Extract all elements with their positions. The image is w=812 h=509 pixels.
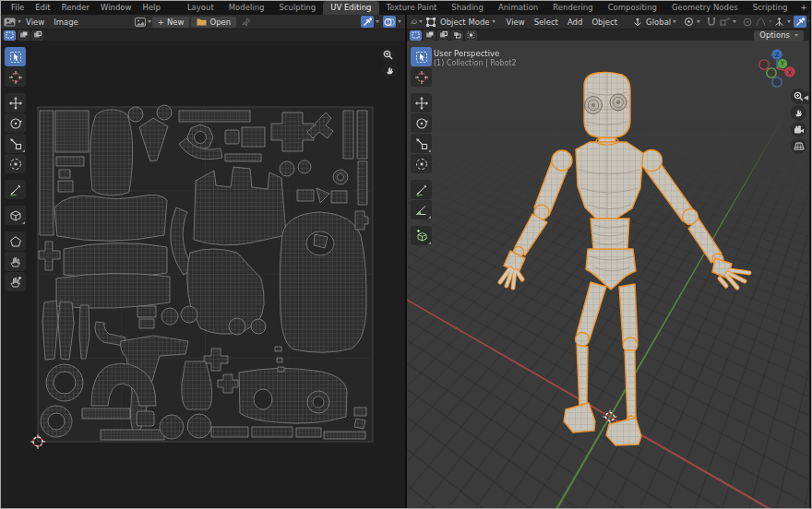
view-perspective-label: User Perspective xyxy=(434,49,499,58)
menu-help[interactable]: Help xyxy=(137,1,165,15)
select-mode-extend[interactable] xyxy=(424,30,436,41)
add-workspace-button[interactable]: + xyxy=(794,1,812,15)
folder-icon xyxy=(197,18,207,26)
uv-select-mode-set[interactable] xyxy=(4,30,16,41)
falloff-curve-icon[interactable] xyxy=(754,16,767,28)
v3d-tool-transform[interactable] xyxy=(411,154,432,173)
uv-menu-image[interactable]: Image xyxy=(49,18,83,27)
editor-type-3d-icon[interactable] xyxy=(410,16,423,28)
v3d-pan-button[interactable] xyxy=(791,105,806,121)
uv-pan-button[interactable] xyxy=(382,63,398,78)
robot-model xyxy=(407,41,809,508)
select-mode-set[interactable] xyxy=(410,30,422,41)
select-mode-subtract[interactable] xyxy=(437,30,449,41)
tab-compositing[interactable]: Compositing xyxy=(601,1,664,15)
select-mode-invert[interactable] xyxy=(451,30,463,41)
uv-tool-transform[interactable] xyxy=(5,154,26,173)
uv-tool-cursor[interactable] xyxy=(5,67,26,87)
new-image-button[interactable]: +New xyxy=(152,17,190,28)
tab-uv-editing[interactable]: UV Editing xyxy=(323,1,378,15)
uv-tool-move[interactable] xyxy=(5,93,26,112)
pin-icon[interactable] xyxy=(240,16,253,28)
v3d-menu-view[interactable]: View xyxy=(502,18,530,27)
tab-animation[interactable]: Animation xyxy=(491,1,545,15)
uv-tool-rotate[interactable] xyxy=(5,113,26,133)
gizmo-axis-y-neg[interactable] xyxy=(767,68,776,77)
mode-selector[interactable]: Object Mode xyxy=(440,18,490,27)
v3d-camera-button[interactable] xyxy=(791,122,806,137)
uv-tool-tweak[interactable] xyxy=(5,47,26,66)
uv-canvas[interactable] xyxy=(1,41,405,508)
blender-window: File Edit Render Window Help Layout Mode… xyxy=(0,0,812,509)
select-mode-intersect[interactable] xyxy=(465,30,477,41)
open-image-button[interactable]: Open xyxy=(191,17,236,28)
tab-layout[interactable]: Layout xyxy=(180,1,221,15)
uv-tool-rip-region[interactable] xyxy=(5,206,26,225)
menu-file[interactable]: File xyxy=(6,1,30,15)
orientation-selector[interactable]: Global xyxy=(646,18,671,27)
menu-render[interactable]: Render xyxy=(56,1,95,15)
v3d-tool-tweak[interactable] xyxy=(411,47,432,66)
uv-menu-view[interactable]: View xyxy=(21,18,49,27)
v3d-tool-add-cube[interactable] xyxy=(411,226,432,245)
navigation-gizmo[interactable]: Z X Y xyxy=(751,43,803,95)
transform-orientation-icon xyxy=(631,16,644,28)
uv-tool-scale[interactable] xyxy=(5,134,26,153)
v3d-tool-scale[interactable] xyxy=(411,134,432,153)
uv-tool-grab-lasso[interactable] xyxy=(5,231,26,251)
v3d-tool-move[interactable] xyxy=(411,93,432,112)
gizmo-x-label: X xyxy=(788,69,793,77)
uv-tool-settings-row xyxy=(1,29,405,41)
uv-gizmos-toggle[interactable] xyxy=(361,16,374,28)
uv-select-mode-extend[interactable] xyxy=(18,30,30,41)
uv-tool-annotate[interactable] xyxy=(5,180,26,199)
uv-layout-scene xyxy=(1,41,405,508)
uv-tool-grab[interactable] xyxy=(5,252,26,271)
v3d-tool-rotate[interactable] xyxy=(411,113,432,133)
menu-edit[interactable]: Edit xyxy=(30,1,55,15)
snap-magnet-icon[interactable] xyxy=(705,16,718,28)
viewport-3d-header: Object Mode View Select Add Object Globa… xyxy=(407,15,809,29)
v3d-menu-add[interactable]: Add xyxy=(563,18,587,27)
v3d-menu-select[interactable]: Select xyxy=(530,18,563,27)
uv-zoom-button[interactable] xyxy=(380,47,396,63)
menu-window[interactable]: Window xyxy=(95,1,137,15)
workspace-tabs: Layout Modeling Sculpting UV Editing Tex… xyxy=(180,1,812,15)
v3d-tool-measure[interactable] xyxy=(411,200,432,219)
gizmo-axis-z-neg[interactable] xyxy=(772,77,782,87)
v3d-tool-cursor[interactable] xyxy=(411,67,432,87)
viewport-3d-canvas[interactable]: User Perspective (1) Collection | Robot2… xyxy=(407,41,809,508)
cursor-3d xyxy=(603,410,617,424)
tab-rendering[interactable]: Rendering xyxy=(545,1,600,15)
uv-overlays-toggle[interactable] xyxy=(383,16,396,28)
v3d-tool-annotate[interactable] xyxy=(411,180,432,199)
mode-icon xyxy=(424,16,437,28)
editor-type-uv-icon[interactable] xyxy=(4,16,21,28)
snap-target-icon[interactable] xyxy=(718,16,731,28)
show-gizmo-icon[interactable] xyxy=(772,16,785,28)
tab-scripting[interactable]: Scripting xyxy=(746,1,795,15)
gizmo-z-label: Z xyxy=(775,52,780,59)
uv-tool-relax[interactable] xyxy=(5,272,26,291)
v3d-ortho-toggle-button[interactable] xyxy=(791,138,806,154)
tab-modeling[interactable]: Modeling xyxy=(221,1,272,15)
tab-sculpting[interactable]: Sculpting xyxy=(271,1,323,15)
uv-editor-area: View Image +New Open xyxy=(1,15,407,508)
image-browse-icon[interactable] xyxy=(135,16,151,28)
v3d-menu-object[interactable]: Object xyxy=(587,18,622,27)
tab-texture-paint[interactable]: Texture Paint xyxy=(379,1,445,15)
tab-geometry-nodes[interactable]: Geometry Nodes xyxy=(664,1,746,15)
v3d-toolbar xyxy=(411,47,432,245)
uv-select-mode-subtract[interactable] xyxy=(31,30,43,41)
proportional-editing-icon[interactable] xyxy=(741,16,754,28)
options-button[interactable]: Options xyxy=(754,30,804,41)
viewport-3d-area: Object Mode View Select Add Object Globa… xyxy=(407,15,809,508)
v3d-gizmos-toggle[interactable] xyxy=(794,16,806,28)
topbar: File Edit Render Window Help Layout Mode… xyxy=(1,1,811,15)
uv-editor-header: View Image +New Open xyxy=(1,15,405,29)
sidebar-toggle[interactable]: ◀ xyxy=(803,91,809,104)
uv-toolbar xyxy=(5,47,26,291)
tab-shading[interactable]: Shading xyxy=(444,1,491,15)
gizmo-axis-x-neg[interactable] xyxy=(759,60,769,69)
pivot-point-icon[interactable] xyxy=(682,16,695,28)
